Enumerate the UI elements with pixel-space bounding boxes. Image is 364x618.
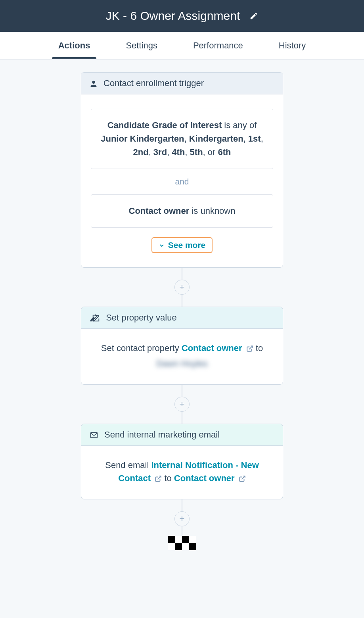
condition-group: Candidate Grade of Interest is any of Ju… [91, 109, 273, 228]
tab-bar: Actions Settings Performance History [0, 32, 364, 59]
svg-point-0 [92, 81, 95, 84]
tab-performance[interactable]: Performance [193, 32, 243, 59]
condition-1[interactable]: Candidate Grade of Interest is any of Ju… [91, 109, 273, 169]
finish-flag-icon [168, 536, 196, 550]
contact-icon [89, 78, 98, 88]
connector [182, 412, 182, 424]
connector [182, 268, 182, 280]
tab-settings[interactable]: Settings [126, 32, 157, 59]
workflow-title: JK - 6 Owner Assignment [106, 9, 240, 23]
send-email-card[interactable]: Send internal marketing email Send email… [81, 424, 283, 499]
tab-history[interactable]: History [279, 32, 306, 59]
edit-square-icon [89, 313, 100, 323]
connector [182, 385, 182, 397]
set-property-body: Set contact property Contact owner to Da… [81, 329, 283, 384]
connector [182, 295, 182, 307]
svg-line-1 [249, 346, 252, 349]
set-property-title: Set property value [106, 313, 177, 323]
connector [182, 526, 182, 536]
edit-title-icon[interactable] [249, 12, 258, 20]
trigger-card[interactable]: Contact enrollment trigger Candidate Gra… [81, 72, 283, 268]
tab-actions[interactable]: Actions [58, 32, 90, 59]
set-property-card[interactable]: Set property value Set contact property … [81, 307, 283, 385]
connector [182, 499, 182, 511]
trigger-card-body: Candidate Grade of Interest is any of Ju… [81, 94, 283, 267]
external-link-icon [155, 473, 164, 483]
condition-and: and [91, 175, 273, 188]
external-link-icon [246, 343, 256, 353]
see-more-button[interactable]: See more [151, 237, 213, 253]
send-email-body: Send email Internal Notification - New C… [81, 446, 283, 499]
recipient-link[interactable]: Contact owner [174, 473, 246, 483]
send-email-header: Send internal marketing email [81, 424, 283, 446]
add-step-button[interactable]: + [174, 280, 190, 295]
send-email-title: Send internal marketing email [104, 430, 220, 440]
condition-2[interactable]: Contact owner is unknown [91, 194, 273, 228]
svg-line-2 [158, 476, 161, 479]
external-link-icon [239, 473, 246, 483]
page-header: JK - 6 Owner Assignment [0, 0, 364, 32]
trigger-card-header: Contact enrollment trigger [81, 73, 283, 94]
workflow-canvas: Contact enrollment trigger Candidate Gra… [0, 59, 364, 566]
svg-line-3 [241, 476, 245, 479]
owner-value-redacted: Dawn Hoyles [156, 357, 208, 370]
chevron-down-icon [159, 240, 165, 250]
envelope-icon [89, 430, 99, 440]
property-link[interactable]: Contact owner [182, 343, 256, 353]
trigger-card-title: Contact enrollment trigger [103, 78, 204, 88]
add-step-button[interactable]: + [174, 397, 190, 412]
set-property-header: Set property value [81, 307, 283, 329]
add-step-button[interactable]: + [174, 511, 190, 526]
